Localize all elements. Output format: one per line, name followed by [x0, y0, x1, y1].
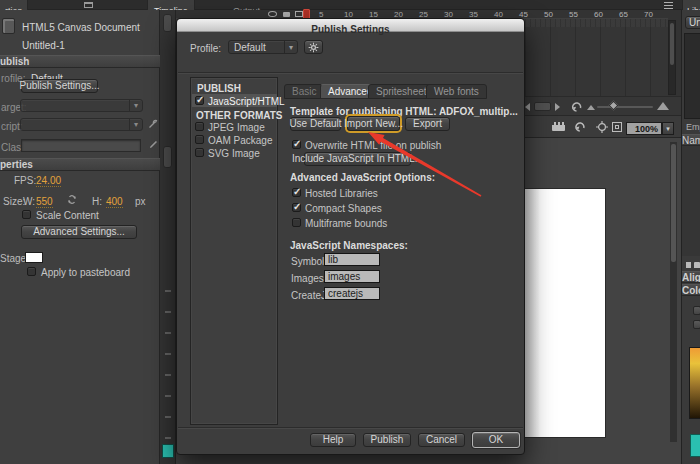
wrench-icon[interactable] — [148, 119, 158, 129]
frame-center-icon[interactable] — [612, 122, 622, 132]
tab-web-fonts[interactable]: Web fonts — [426, 84, 487, 99]
width-value[interactable]: 550 — [36, 196, 53, 208]
zoom-out-icon[interactable] — [587, 105, 595, 110]
fill-color-swatch[interactable] — [162, 444, 174, 458]
target-dropdown[interactable] — [20, 99, 143, 112]
hosted-libraries-label: Hosted Libraries — [305, 188, 378, 199]
library-list-area[interactable] — [682, 146, 700, 256]
overwrite-checkbox[interactable] — [292, 140, 301, 149]
new-symbol-icon[interactable] — [686, 262, 691, 268]
size-label: Size: — [3, 196, 25, 207]
profile-options-gear-button[interactable] — [304, 40, 323, 54]
publish-settings-button[interactable]: Publish Settings... — [21, 79, 98, 93]
stage-vscrollbar[interactable] — [670, 142, 677, 442]
new-folder-icon[interactable] — [694, 262, 700, 268]
eye-icon[interactable] — [268, 11, 277, 17]
hosted-libraries-checkbox[interactable] — [292, 188, 301, 197]
properties-section-header[interactable]: perties — [0, 158, 160, 171]
color-tool-button[interactable] — [693, 306, 700, 315]
color-gradient-picker[interactable] — [689, 347, 700, 419]
publish-button[interactable]: Publish — [363, 433, 411, 447]
timeline-zoom-slider-track[interactable] — [597, 106, 653, 108]
stage-canvas[interactable] — [523, 188, 606, 438]
publish-settings-dialog: Publish Settings Profile: Default PUBLIS… — [176, 18, 525, 455]
link-dimensions-icon[interactable] — [66, 194, 78, 205]
height-value[interactable]: 400 — [106, 196, 123, 208]
format-label: JavaScript/HTML — [208, 96, 285, 107]
tab-spritesheet[interactable]: Spritesheet — [368, 84, 435, 99]
dialog-profile-dropdown[interactable]: Default — [228, 40, 298, 54]
chevron-down-icon — [284, 41, 297, 53]
hscrollbar-thumb[interactable] — [534, 102, 551, 111]
cancel-button[interactable]: Cancel — [418, 433, 465, 447]
format-checkbox[interactable] — [195, 96, 204, 105]
tab-library[interactable]: Libra — [682, 0, 700, 10]
clapperboard-icon[interactable] — [552, 122, 565, 131]
zoom-in-mountain-icon[interactable] — [657, 102, 669, 110]
multiframe-bounds-checkbox[interactable] — [292, 218, 301, 227]
format-row-selected[interactable]: JavaScript/HTML — [192, 94, 277, 107]
help-button[interactable]: Help — [310, 433, 356, 447]
images-input[interactable] — [324, 270, 380, 283]
publish-section-header[interactable]: ublish — [0, 55, 160, 68]
namespaces-label: JavaScript Namespaces: — [290, 240, 408, 251]
use-default-button[interactable]: Use Default — [290, 117, 341, 131]
createjs-input[interactable] — [324, 287, 380, 300]
fps-value[interactable]: 24.00 — [36, 175, 61, 187]
format-row[interactable]: JPEG Image — [192, 120, 277, 133]
import-new-button[interactable]: Import New... — [347, 116, 400, 131]
dialog-titlebar[interactable]: Publish Settings — [177, 19, 524, 32]
scroll-right-arrow[interactable] — [555, 103, 560, 111]
dialog-footer-separator — [178, 427, 523, 428]
dialog-header-separator — [178, 72, 523, 73]
timeline-zoom-slider-handle[interactable] — [609, 101, 619, 111]
tab-output[interactable]: Output — [228, 0, 265, 10]
pencil-icon[interactable] — [149, 140, 158, 149]
outline-box-icon[interactable] — [295, 11, 303, 17]
tab-timeline[interactable]: Timeline — [147, 0, 195, 10]
stage-color-swatch[interactable] — [25, 252, 43, 263]
rotate-stage-icon[interactable] — [574, 121, 586, 133]
timeline-vscrollbar[interactable] — [668, 20, 676, 95]
format-checkbox[interactable] — [195, 135, 204, 144]
advanced-settings-button[interactable]: Advanced Settings... — [21, 225, 137, 239]
teal-color-swatch[interactable] — [690, 434, 700, 457]
scale-content-checkbox[interactable] — [22, 210, 31, 219]
panel-window-icon[interactable] — [84, 2, 93, 8]
stage-zoom-dropdown-button[interactable]: ▾ — [662, 122, 674, 135]
color-panel-header[interactable]: Colo — [682, 284, 700, 296]
lock-icon[interactable] — [283, 12, 290, 17]
color-tool-button[interactable] — [693, 320, 700, 329]
compact-shapes-checkbox[interactable] — [292, 203, 301, 212]
fps-label: FPS: — [14, 175, 36, 186]
format-row[interactable]: OAM Package — [192, 133, 277, 146]
tab-basic[interactable]: Basic — [284, 84, 324, 99]
format-checkbox[interactable] — [195, 122, 204, 131]
scrollbar-thumb[interactable] — [163, 146, 172, 168]
tab-properties[interactable]: rties — [0, 0, 28, 10]
apply-pasteboard-checkbox[interactable] — [27, 267, 36, 276]
scrollbar-thumb[interactable] — [163, 14, 172, 32]
stage-zoom-field[interactable]: 100% — [626, 122, 662, 135]
format-checkbox[interactable] — [195, 148, 204, 157]
undo-rotate-icon[interactable] — [570, 101, 583, 113]
scrollbar-thumb[interactable] — [671, 144, 676, 262]
ok-button[interactable]: OK — [472, 432, 520, 448]
format-row[interactable]: SVG Image — [192, 146, 277, 159]
tools-strip — [160, 10, 176, 464]
crosshair-icon[interactable] — [596, 121, 608, 133]
use-default-button-label: Use Default — [289, 119, 341, 129]
library-name-column-header[interactable]: Nam — [682, 134, 700, 146]
tool-icons-column[interactable] — [165, 290, 171, 440]
panel-menu-icon[interactable] — [664, 2, 673, 9]
scroll-left-arrow[interactable] — [525, 103, 530, 111]
align-panel-header[interactable]: Alig — [682, 271, 700, 283]
include-js-button[interactable]: Include JavaScript In HTML... — [304, 152, 411, 166]
symbols-input[interactable] — [324, 253, 380, 266]
library-document-dropdown[interactable]: Unt — [685, 16, 700, 29]
scrollbar-thumb[interactable] — [670, 23, 674, 65]
class-field[interactable] — [21, 139, 141, 152]
script-dropdown[interactable] — [20, 118, 143, 131]
timeline-ruler[interactable]: 510152025303540455055606570 — [176, 10, 681, 18]
export-button[interactable]: Export — [405, 117, 450, 131]
